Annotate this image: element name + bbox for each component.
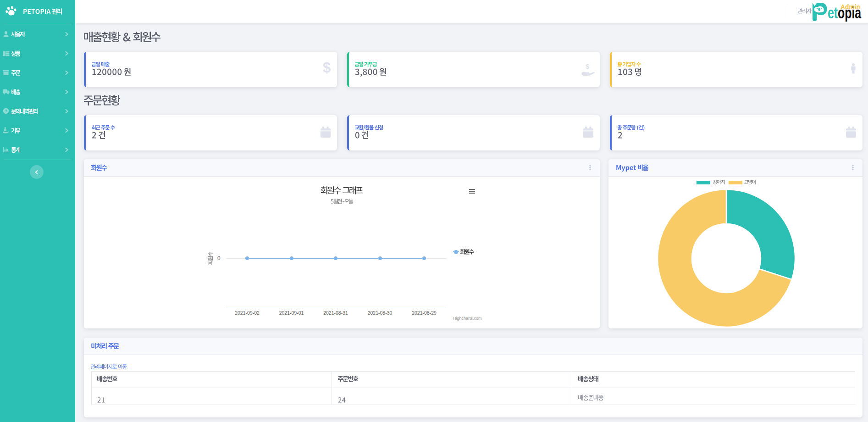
svg-text:?: ? — [5, 109, 7, 113]
svg-text:$: $ — [586, 63, 589, 70]
